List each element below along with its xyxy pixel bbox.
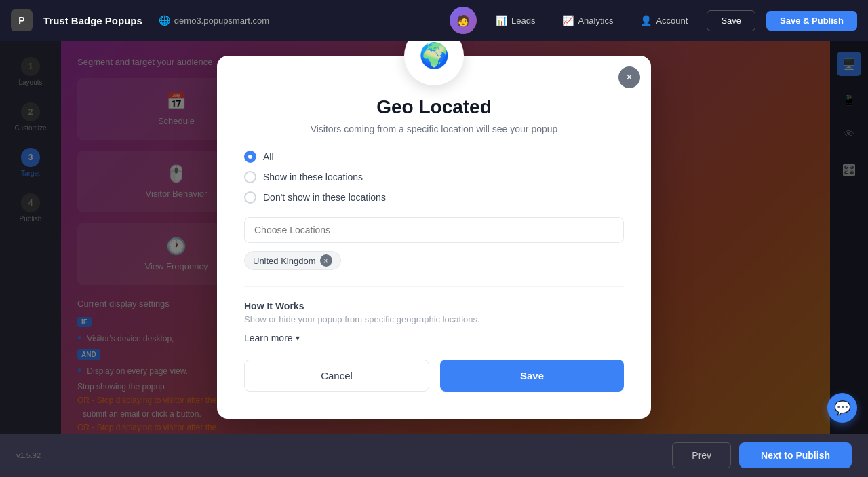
radio-label-show: Show in these locations <box>263 172 363 183</box>
radio-circle-dont-show <box>244 191 256 204</box>
top-nav: P Trust Badge Popups 🌐 demo3.popupsmart.… <box>0 0 868 41</box>
radio-circle-show <box>244 171 256 183</box>
chat-bubble[interactable]: 💬 <box>827 393 857 423</box>
leads-nav-item[interactable]: 📊 Leads <box>488 11 543 30</box>
modal-icon-wrapper: 🌍 <box>404 41 464 85</box>
nav-logo: P <box>11 9 33 31</box>
tag-remove-button[interactable]: × <box>320 254 332 267</box>
how-it-works-title: How It Works <box>244 301 624 311</box>
modal-divider <box>244 286 624 287</box>
main-content: 1 Layouts 2 Customize 3 Target 4 <box>0 41 868 434</box>
analytics-nav-item[interactable]: 📈 Analytics <box>554 11 621 30</box>
chevron-down-icon: ▾ <box>296 333 300 343</box>
globe-icon: 🌐 <box>159 15 170 26</box>
bottom-bar: v1.5.92 Prev Next to Publish <box>0 434 868 477</box>
radio-label-dont-show: Don't show in these locations <box>263 192 386 203</box>
modal-save-button[interactable]: Save <box>440 360 624 392</box>
nav-domain: 🌐 demo3.popupsmart.com <box>159 15 269 26</box>
cancel-button[interactable]: Cancel <box>244 360 429 392</box>
next-publish-button[interactable]: Next to Publish <box>739 442 852 468</box>
modal-footer: Cancel Save <box>244 360 624 392</box>
account-nav-item[interactable]: 👤 Account <box>632 11 696 30</box>
modal-subtitle: Visitors coming from a specific location… <box>244 123 624 134</box>
radio-label-all: All <box>263 151 274 162</box>
leads-icon: 📊 <box>496 15 507 26</box>
radio-all[interactable]: All <box>244 151 624 163</box>
chat-icon: 💬 <box>834 400 851 416</box>
radio-dont-show[interactable]: Don't show in these locations <box>244 191 624 204</box>
version-text: v1.5.92 <box>16 451 41 459</box>
learn-more-button[interactable]: Learn more ▾ <box>244 332 624 343</box>
modal-close-button[interactable]: × <box>618 66 640 88</box>
location-input[interactable] <box>244 217 624 243</box>
modal-overlay: 🌍 × Geo Located Visitors coming from a s… <box>0 41 868 434</box>
tag-container: United Kingdom × <box>244 251 624 270</box>
radio-group: All Show in these locations Don't show i… <box>244 151 624 204</box>
save-button[interactable]: Save <box>707 10 755 31</box>
analytics-icon: 📈 <box>562 15 574 26</box>
save-publish-button[interactable]: Save & Publish <box>766 11 857 31</box>
modal-title: Geo Located <box>244 96 624 118</box>
how-it-works-desc: Show or hide your popup from specific ge… <box>244 314 624 324</box>
radio-show[interactable]: Show in these locations <box>244 171 624 183</box>
prev-button[interactable]: Prev <box>672 442 731 468</box>
account-icon: 👤 <box>640 15 652 26</box>
nav-title: Trust Badge Popups <box>43 15 142 26</box>
tag-united-kingdom: United Kingdom × <box>244 251 341 270</box>
geo-located-modal: 🌍 × Geo Located Visitors coming from a s… <box>217 56 651 419</box>
user-avatar: 🧑 <box>450 7 477 34</box>
tag-label: United Kingdom <box>253 256 316 266</box>
radio-circle-all <box>244 151 256 163</box>
geo-icon: 🌍 <box>419 41 450 70</box>
app-container: P Trust Badge Popups 🌐 demo3.popupsmart.… <box>0 0 868 477</box>
bottom-actions: Prev Next to Publish <box>672 442 852 468</box>
